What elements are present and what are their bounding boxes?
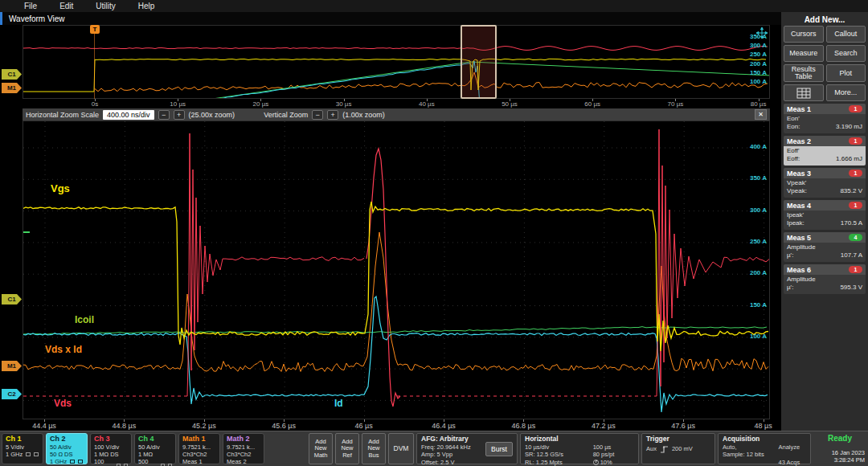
afg-offset: Offset: 2.5 V bbox=[421, 459, 482, 466]
zoom-controls-bar: Horizontal Zoom Scale 400.00 ns/div − + … bbox=[23, 108, 770, 121]
meas-value-row: µ':107.7 A bbox=[787, 251, 862, 260]
overview-plot[interactable]: 350 A300 A250 A200 A150 A100 A bbox=[23, 25, 770, 99]
menu-help[interactable]: Help bbox=[138, 2, 155, 10]
meas-panel-meas-4[interactable]: Meas 41Ipeak'Ipeak:170.5 A bbox=[784, 200, 866, 230]
menu-utility[interactable]: Utility bbox=[96, 2, 115, 10]
channel-marker-c2[interactable]: C2 bbox=[2, 389, 22, 399]
horizontal-resolution: 80 ps/pt bbox=[593, 451, 634, 459]
meas-name: Meas 3 bbox=[787, 170, 811, 178]
meas-status-badge: 1 bbox=[849, 202, 862, 209]
amp-scale-label: 200 A bbox=[750, 269, 767, 276]
probe-icon bbox=[70, 460, 75, 464]
amp-scale-label: 350 A bbox=[750, 33, 767, 40]
amp-scale-label: 150 A bbox=[750, 301, 767, 309]
probe-icon bbox=[161, 464, 165, 466]
trace-label-vds-x-id: Vds x Id bbox=[45, 344, 82, 355]
trigger-marker[interactable]: T bbox=[90, 25, 100, 34]
vzoom-factor-label: (1.00x zoom) bbox=[342, 111, 385, 119]
measurement-list: Meas 11Eon'Eon:3.190 mJMeas 21Eoff'Eoff:… bbox=[784, 101, 866, 294]
probe-icon bbox=[117, 464, 121, 466]
trigger-position-line bbox=[94, 25, 95, 99]
burst-button[interactable]: Burst bbox=[485, 442, 513, 456]
meas-source-label: Amplitude bbox=[787, 243, 862, 251]
meas-header: Meas 11 bbox=[784, 104, 866, 114]
add-new-results-table-button[interactable]: Results Table bbox=[784, 64, 824, 82]
channel-name: Ch 3 bbox=[94, 435, 128, 444]
tick-label: 50 µs bbox=[502, 100, 518, 108]
horizontal-position: 10% bbox=[600, 459, 612, 466]
add-new-measure-button[interactable]: Measure bbox=[784, 45, 824, 62]
horizontal-span: 100 µs bbox=[593, 444, 634, 452]
add-new-ref-button[interactable]: Add New Ref bbox=[335, 433, 359, 464]
hzoom-minus-button[interactable]: − bbox=[158, 110, 170, 120]
meas-panel-meas-2[interactable]: Meas 21Eoff'Eoff:1.666 mJ bbox=[784, 136, 866, 166]
channel-badge-math-2[interactable]: Math 29.7521 k...Ch3*Ch2Meas 2 bbox=[223, 433, 264, 464]
tick-label: 30 µs bbox=[336, 100, 352, 108]
meas-value-label: µ': bbox=[787, 251, 793, 260]
meas-panel-meas-1[interactable]: Meas 11Eon'Eon:3.190 mJ bbox=[784, 104, 866, 133]
results-grid-icon-button[interactable] bbox=[784, 84, 824, 101]
tick-label: 48 µs bbox=[754, 422, 772, 430]
vzoom-minus-button[interactable]: − bbox=[312, 110, 323, 120]
dvm-button[interactable]: DVM bbox=[388, 433, 414, 464]
add-new-plot-button[interactable]: Plot bbox=[826, 64, 866, 82]
bottom-bar: Ch 15 V/div1 GHzCh 250 A/div50 Ω DS1 GHz… bbox=[0, 431, 868, 466]
rising-edge-icon bbox=[660, 445, 669, 453]
add-new-bus-button[interactable]: Add New Bus bbox=[362, 433, 386, 464]
add-new-cursors-button[interactable]: Cursors bbox=[784, 26, 824, 43]
meas-source-label: Eon' bbox=[787, 115, 862, 123]
meas-value: 107.7 A bbox=[841, 251, 862, 260]
tick-label: 70 µs bbox=[668, 100, 684, 108]
channel-setting: 50 Ω DS bbox=[50, 451, 84, 458]
vzoom-plus-button[interactable]: + bbox=[327, 110, 338, 120]
meas-header: Meas 41 bbox=[784, 200, 866, 211]
tick-label: 45.2 µs bbox=[192, 422, 216, 430]
meas-value-label: Eon: bbox=[787, 123, 800, 131]
waveform-view-tab[interactable]: Waveform View bbox=[0, 12, 781, 25]
tick-label: 44.4 µs bbox=[32, 422, 56, 430]
zoom-close-button[interactable]: ✕ bbox=[755, 109, 767, 120]
menu-file[interactable]: File bbox=[24, 2, 37, 10]
horizontal-panel[interactable]: Horizontal 10 µs/div 100 µs SR: 12.5 GS/… bbox=[520, 433, 639, 464]
bottom-bar-spacer bbox=[267, 433, 306, 464]
meas-panel-meas-6[interactable]: Meas 61Amplitudeµ':595.3 V bbox=[784, 264, 866, 294]
meas-panel-meas-3[interactable]: Meas 31Vpeak'Vpeak:835.2 V bbox=[784, 168, 866, 198]
channel-marker-c1[interactable]: C1 bbox=[2, 294, 22, 305]
channel-badge-ch-3[interactable]: Ch 3100 V/div1 MΩ DS100 MHz bbox=[90, 433, 132, 464]
channel-badge-math-1[interactable]: Math 19.7521 k...Ch3*Ch2Meas 1 bbox=[178, 433, 220, 464]
channel-marker-m1[interactable]: M1 bbox=[2, 361, 22, 371]
channel-badge-ch-4[interactable]: Ch 450 A/div1 MΩ500 MHz bbox=[134, 433, 176, 464]
meas-header: Meas 61 bbox=[784, 264, 866, 275]
channel-name: Math 2 bbox=[227, 435, 260, 444]
amp-scale-label: 150 A bbox=[750, 69, 767, 76]
hzoom-plus-button[interactable]: + bbox=[174, 110, 185, 120]
channel-badge-ch-1[interactable]: Ch 15 V/div1 GHz bbox=[2, 433, 43, 464]
channel-setting: 1 GHz bbox=[50, 458, 84, 465]
afg-freq: Freq: 20.9644 kHz bbox=[421, 444, 482, 452]
tick-label: 20 µs bbox=[253, 100, 269, 108]
tick-label: 10 µs bbox=[170, 100, 186, 108]
channel-marker-m1[interactable]: M1 bbox=[2, 83, 22, 93]
add-new-math-button[interactable]: Add New Math bbox=[309, 433, 333, 464]
zoom-waveforms bbox=[23, 121, 769, 419]
zoom-plot[interactable]: 400 A350 A300 A250 A200 A150 A100 AVgsIc… bbox=[23, 121, 770, 419]
tick-label: 80 µs bbox=[751, 100, 767, 108]
add-new-more--button[interactable]: More... bbox=[826, 84, 866, 101]
meas-panel-meas-5[interactable]: Meas 54Amplitudeµ':107.7 A bbox=[784, 232, 866, 262]
meas-status-badge: 1 bbox=[849, 266, 862, 273]
trace-label-icoil: Icoil bbox=[75, 314, 94, 325]
add-new-callout-button[interactable]: Callout bbox=[826, 26, 866, 43]
channel-badge-ch-2[interactable]: Ch 250 A/div50 Ω DS1 GHz bbox=[46, 433, 88, 464]
channel-marker-c1[interactable]: C1 bbox=[2, 69, 22, 80]
hzoom-scale-value[interactable]: 400.00 ns/div bbox=[103, 110, 154, 120]
channel-setting: 100 V/div bbox=[94, 444, 128, 451]
channel-setting: Meas 1 bbox=[182, 458, 216, 465]
add-new-search-button[interactable]: Search bbox=[826, 45, 866, 62]
horizontal-title: Horizontal bbox=[525, 435, 634, 444]
acquisition-panel[interactable]: Acquisition Auto, Analyze Sample: 12 bit… bbox=[718, 433, 811, 464]
trigger-panel[interactable]: Trigger Aux 200 mV bbox=[641, 433, 715, 464]
menu-edit[interactable]: Edit bbox=[59, 2, 73, 10]
status-date: 16 Jan 2023 bbox=[832, 449, 865, 456]
afg-panel[interactable]: AFG: Arbitrary Freq: 20.9644 kHz Amp: 5 … bbox=[416, 433, 518, 464]
zoom-window-box[interactable] bbox=[461, 25, 497, 99]
